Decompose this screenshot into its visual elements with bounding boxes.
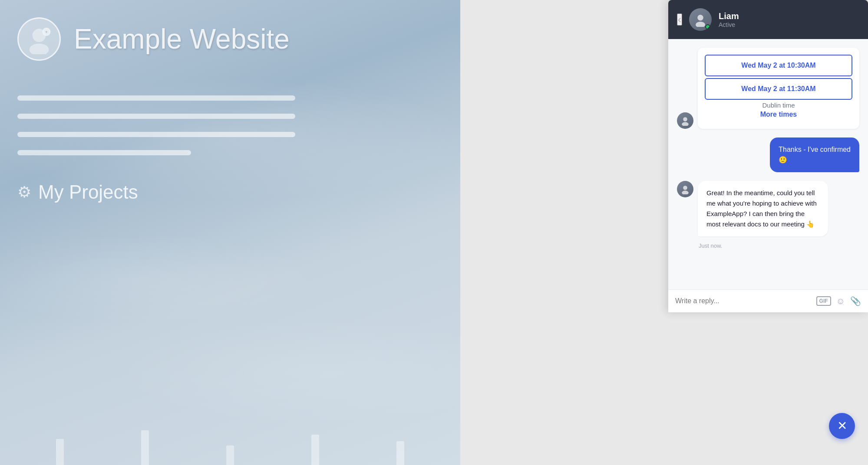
bar-1 (56, 439, 64, 465)
my-projects-section: ⚙ My Projects (0, 155, 460, 203)
user-message-bubble: Thanks - I've confirmed🙂 (770, 138, 859, 172)
timestamp-label: Just now. (677, 242, 859, 249)
attachment-button[interactable]: 📎 (850, 296, 861, 306)
liam-reply-row: Great! In the meantime, could you tell m… (677, 181, 859, 236)
chat-header: ‹ Liam Active (668, 0, 868, 39)
chat-avatar (689, 8, 712, 31)
attachment-icon: 📎 (850, 296, 861, 306)
website-content-lines (0, 69, 460, 155)
float-close-button[interactable]: ✕ (829, 413, 855, 439)
chat-contact-status: Active (719, 21, 739, 28)
svg-point-5 (696, 22, 705, 27)
liam-avatar-small (677, 112, 693, 129)
user-message-row: Thanks - I've confirmed🙂 (677, 138, 859, 172)
active-status-dot (705, 24, 710, 29)
chat-footer: GIF ☺ 📎 (668, 289, 868, 312)
svg-point-7 (682, 122, 689, 126)
emoji-button[interactable]: ☺ (836, 296, 845, 306)
bottom-decoration (0, 422, 460, 465)
gif-button[interactable]: GIF (816, 296, 831, 306)
reply-input[interactable] (675, 297, 811, 305)
close-icon: ✕ (837, 420, 847, 432)
svg-point-4 (697, 15, 703, 21)
back-button[interactable]: ‹ (677, 13, 682, 26)
content-line-1 (17, 95, 295, 101)
footer-icons: GIF ☺ 📎 (816, 296, 861, 306)
time-options-card: Wed May 2 at 10:30AM Wed May 2 at 11:30A… (698, 48, 859, 129)
website-background: + Example Website ⚙ My Projects (0, 0, 460, 465)
website-avatar-placeholder: + (17, 17, 61, 61)
svg-point-1 (30, 44, 49, 55)
svg-point-9 (682, 191, 689, 194)
my-projects-label: My Projects (38, 181, 138, 203)
liam-reply-text: Great! In the meantime, could you tell m… (706, 189, 817, 228)
content-line-3 (17, 132, 295, 137)
svg-point-8 (683, 186, 687, 190)
user-message-text: Thanks - I've confirmed🙂 (779, 146, 851, 164)
website-title: Example Website (74, 23, 290, 55)
content-line-4 (17, 150, 191, 155)
liam-reply-avatar (677, 181, 693, 197)
website-header: + Example Website (0, 0, 460, 69)
gear-icon: ⚙ (17, 183, 31, 201)
bar-2 (141, 430, 149, 465)
chat-contact-name: Liam (719, 11, 739, 21)
liam-reply-bubble: Great! In the meantime, could you tell m… (698, 181, 828, 236)
svg-text:+: + (45, 29, 48, 34)
svg-point-6 (683, 117, 687, 121)
time-slot-button-1[interactable]: Wed May 2 at 10:30AM (705, 55, 852, 76)
time-slot-button-2[interactable]: Wed May 2 at 11:30AM (705, 78, 852, 100)
bar-3 (226, 445, 234, 465)
timezone-label: Dublin time (705, 102, 852, 109)
more-times-link[interactable]: More times (705, 111, 852, 118)
liam-timeslot-message: Wed May 2 at 10:30AM Wed May 2 at 11:30A… (677, 48, 859, 129)
chat-panel: ‹ Liam Active Wed (668, 0, 868, 312)
chat-body[interactable]: Wed May 2 at 10:30AM Wed May 2 at 11:30A… (668, 39, 868, 289)
content-line-2 (17, 114, 295, 119)
bar-4 (311, 435, 319, 465)
bar-5 (396, 441, 404, 465)
emoji-icon: ☺ (836, 296, 845, 306)
chat-header-info: Liam Active (719, 11, 739, 28)
